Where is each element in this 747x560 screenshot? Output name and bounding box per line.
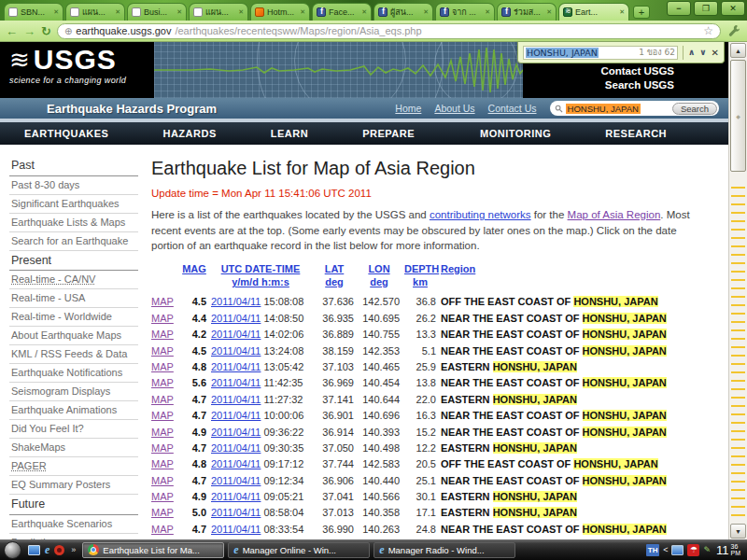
minimize-button[interactable]: −	[667, 1, 691, 16]
address-bar[interactable]: ⊕ earthquake.usgs.gov /earthquakes/recen…	[57, 23, 721, 39]
date-link[interactable]: 2011/04/11	[211, 410, 261, 421]
wrench-menu-icon[interactable]	[726, 23, 741, 38]
main-nav-item[interactable]: EARTHQUAKES	[24, 128, 108, 139]
opera-icon[interactable]	[54, 545, 64, 555]
taskbar-task-button[interactable]: e Manager Online - Win...	[228, 542, 370, 558]
col-header-depth[interactable]: DEPTH	[404, 263, 436, 274]
sidebar-item[interactable]: Present	[9, 251, 138, 272]
page-scrollbar[interactable]: ▲ ◆ ▼	[728, 42, 747, 539]
tab-close-icon[interactable]: ✕	[300, 8, 305, 16]
tray-chevron-icon[interactable]: <	[663, 545, 668, 554]
program-link[interactable]: Contact Us	[488, 103, 537, 114]
col-header-mag[interactable]: MAG	[182, 263, 206, 274]
map-link[interactable]: MAP	[151, 313, 177, 324]
browser-tab[interactable]: แผน... ✕	[189, 3, 248, 21]
usgs-header-link[interactable]: Contact USGS	[600, 64, 674, 78]
date-link[interactable]: 2011/04/11	[211, 442, 261, 454]
sidebar-item[interactable]: Did You Feel It?	[9, 420, 138, 439]
sidebar-item[interactable]: EQ Summary Posters	[9, 476, 138, 495]
quick-launch-overflow-chevron[interactable]: »	[71, 545, 76, 554]
main-nav-item[interactable]: LEARN	[271, 128, 308, 139]
browser-tab[interactable]: ร่วมส... ✕	[497, 3, 557, 21]
forward-button[interactable]: →	[23, 25, 35, 37]
language-indicator[interactable]: TH	[646, 544, 659, 556]
sidebar-item[interactable]: Earthquake Animations	[9, 401, 138, 420]
restore-button[interactable]: ❐	[694, 1, 718, 16]
map-link[interactable]: MAP	[151, 524, 177, 535]
sidebar-item[interactable]: Past 8-30 days	[9, 176, 138, 195]
program-link[interactable]: About Us	[434, 103, 474, 114]
main-nav-item[interactable]: MONITORING	[480, 128, 551, 139]
program-link[interactable]: Home	[395, 103, 421, 114]
bookmark-star-icon[interactable]: ☆	[703, 24, 713, 37]
map-link[interactable]: MAP	[151, 475, 177, 486]
sidebar-item[interactable]: Earthquake Lists & Maps	[9, 214, 138, 232]
col-header-region[interactable]: Region	[441, 263, 721, 274]
scroll-up-icon[interactable]: ▲	[730, 43, 746, 58]
avira-antivirus-icon[interactable]: ☂	[687, 544, 699, 556]
main-nav-item[interactable]: RESEARCH	[605, 128, 667, 139]
date-link[interactable]: 2011/04/11	[211, 458, 261, 469]
map-of-asia-region-link[interactable]: Map of Asia Region	[568, 209, 661, 220]
date-link[interactable]: 2011/04/11	[211, 394, 261, 405]
tab-close-icon[interactable]: ✕	[619, 8, 625, 16]
map-link[interactable]: MAP	[151, 329, 177, 340]
sidebar-item[interactable]: Seismogram Displays	[9, 383, 138, 401]
map-link[interactable]: MAP	[151, 377, 177, 388]
taskbar-task-button[interactable]: Earthquake List for Ma...	[82, 542, 224, 558]
col-header-lon[interactable]: LON	[359, 263, 400, 274]
find-previous-icon[interactable]: ∧	[688, 48, 695, 57]
scrollbar-thumb[interactable]: ◆	[730, 60, 746, 172]
date-link[interactable]: 2011/04/11	[211, 427, 261, 438]
date-link[interactable]: 2011/04/11	[211, 475, 261, 486]
sidebar-item[interactable]: Real-time - USA	[9, 289, 138, 308]
tab-close-icon[interactable]: ✕	[361, 8, 367, 16]
tab-close-icon[interactable]: ✕	[238, 8, 244, 16]
tab-close-icon[interactable]: ✕	[115, 8, 120, 16]
sidebar-item[interactable]: ShakeMaps	[9, 439, 138, 457]
usgs-header-link[interactable]: Search USGS	[600, 78, 674, 92]
site-search-button[interactable]: Search	[672, 103, 717, 115]
col-subheader-datetime[interactable]: y/m/d h:m:s	[211, 276, 310, 287]
main-nav-item[interactable]: HAZARDS	[162, 128, 216, 139]
sidebar-item[interactable]: About Earthquake Maps	[9, 327, 138, 345]
find-input[interactable]: HONSHU, JAPAN 1 ของ 62	[523, 46, 678, 60]
reload-button[interactable]: ↻	[41, 25, 51, 37]
back-button[interactable]: ←	[6, 25, 18, 37]
col-header-datetime[interactable]: UTC DATE-TIME	[211, 263, 310, 274]
tab-close-icon[interactable]: ✕	[485, 8, 490, 16]
start-button[interactable]	[4, 541, 21, 559]
date-link[interactable]: 2011/04/11	[211, 329, 261, 340]
network-icon[interactable]	[671, 545, 684, 555]
find-close-icon[interactable]: ✕	[712, 48, 719, 58]
date-link[interactable]: 2011/04/11	[211, 377, 261, 388]
date-link[interactable]: 2011/04/11	[211, 313, 261, 324]
map-link[interactable]: MAP	[151, 458, 177, 469]
sidebar-item[interactable]: Significant Earthquakes	[9, 195, 138, 214]
tab-close-icon[interactable]: ✕	[53, 8, 59, 16]
map-link[interactable]: MAP	[151, 361, 177, 372]
tab-close-icon[interactable]: ✕	[176, 8, 182, 16]
sidebar-item[interactable]: PAGER	[9, 457, 138, 476]
date-link[interactable]: 2011/04/11	[211, 491, 261, 502]
map-link[interactable]: MAP	[151, 427, 177, 438]
browser-tab[interactable]: แผน... ✕	[65, 3, 125, 21]
date-link[interactable]: 2011/04/11	[211, 507, 261, 518]
sidebar-item[interactable]: Search for an Earthquake	[9, 232, 138, 251]
close-button[interactable]: ✕	[721, 1, 745, 16]
sidebar-item[interactable]: Earthquake Scenarios	[9, 515, 138, 534]
contributing-networks-link[interactable]: contributing networks	[430, 209, 531, 220]
date-link[interactable]: 2011/04/11	[211, 524, 261, 535]
scroll-down-icon[interactable]: ▼	[730, 524, 746, 539]
show-desktop-icon[interactable]	[28, 545, 40, 555]
pen-status-icon[interactable]: ✎	[703, 545, 711, 554]
date-link[interactable]: 2011/04/11	[211, 296, 261, 307]
map-link[interactable]: MAP	[151, 394, 177, 405]
map-link[interactable]: MAP	[151, 491, 177, 502]
date-link[interactable]: 2011/04/11	[211, 361, 261, 372]
date-link[interactable]: 2011/04/11	[211, 345, 261, 357]
browser-tab[interactable]: Face... ✕	[312, 3, 372, 21]
tab-close-icon[interactable]: ✕	[546, 8, 552, 16]
map-link[interactable]: MAP	[151, 410, 177, 421]
sidebar-item[interactable]: Real-time - CA/NV	[9, 271, 138, 289]
